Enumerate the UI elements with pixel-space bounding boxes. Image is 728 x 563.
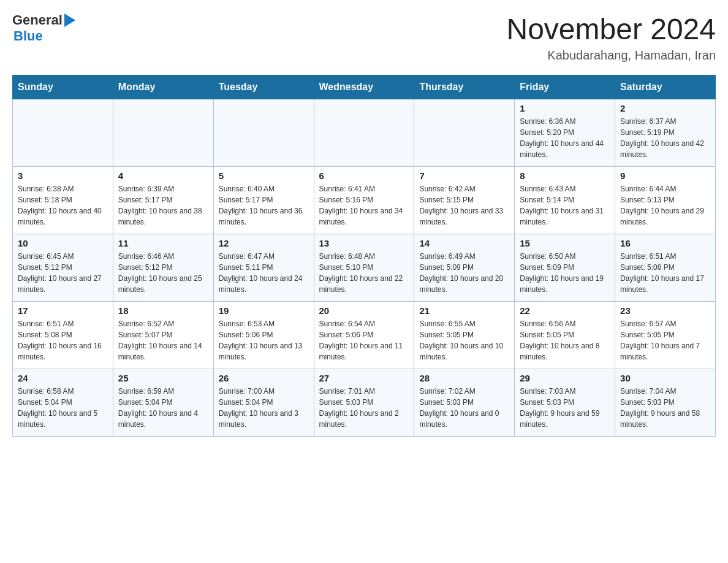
calendar-cell: 30Sunrise: 7:04 AMSunset: 5:03 PMDayligh… bbox=[615, 369, 716, 437]
day-number: 13 bbox=[319, 238, 409, 248]
day-number: 8 bbox=[520, 170, 610, 181]
day-info: Sunrise: 6:50 AMSunset: 5:09 PMDaylight:… bbox=[520, 251, 610, 295]
day-number: 16 bbox=[620, 238, 710, 248]
day-info: Sunrise: 6:59 AMSunset: 5:04 PMDaylight:… bbox=[118, 386, 208, 430]
calendar-cell: 10Sunrise: 6:45 AMSunset: 5:12 PMDayligh… bbox=[13, 234, 113, 302]
day-info: Sunrise: 6:55 AMSunset: 5:05 PMDaylight:… bbox=[419, 318, 509, 362]
logo-general: General bbox=[12, 12, 63, 28]
day-info: Sunrise: 6:49 AMSunset: 5:09 PMDaylight:… bbox=[419, 251, 509, 295]
day-info: Sunrise: 6:46 AMSunset: 5:12 PMDaylight:… bbox=[118, 251, 208, 295]
calendar-cell bbox=[213, 99, 314, 167]
location: Kabudarahang, Hamadan, Iran bbox=[506, 48, 716, 63]
page-header: General Blue November 2024 Kabudarahang,… bbox=[12, 12, 716, 63]
day-info: Sunrise: 6:52 AMSunset: 5:07 PMDaylight:… bbox=[118, 318, 208, 362]
day-number: 28 bbox=[419, 373, 509, 383]
calendar-cell bbox=[13, 99, 113, 167]
day-number: 14 bbox=[419, 238, 509, 248]
calendar-cell: 2Sunrise: 6:37 AMSunset: 5:19 PMDaylight… bbox=[615, 99, 716, 167]
calendar-cell: 28Sunrise: 7:02 AMSunset: 5:03 PMDayligh… bbox=[414, 369, 515, 437]
day-info: Sunrise: 6:51 AMSunset: 5:08 PMDaylight:… bbox=[18, 318, 108, 362]
day-info: Sunrise: 6:58 AMSunset: 5:04 PMDaylight:… bbox=[18, 386, 108, 430]
month-title: November 2024 bbox=[506, 12, 716, 46]
calendar-cell: 29Sunrise: 7:03 AMSunset: 5:03 PMDayligh… bbox=[515, 369, 615, 437]
day-info: Sunrise: 6:45 AMSunset: 5:12 PMDaylight:… bbox=[18, 251, 108, 295]
day-number: 19 bbox=[219, 305, 309, 316]
calendar-cell: 8Sunrise: 6:43 AMSunset: 5:14 PMDaylight… bbox=[515, 167, 615, 234]
day-info: Sunrise: 6:36 AMSunset: 5:20 PMDaylight:… bbox=[520, 116, 610, 160]
week-row-5: 24Sunrise: 6:58 AMSunset: 5:04 PMDayligh… bbox=[13, 369, 716, 437]
calendar-cell: 13Sunrise: 6:48 AMSunset: 5:10 PMDayligh… bbox=[314, 234, 414, 302]
day-info: Sunrise: 7:03 AMSunset: 5:03 PMDaylight:… bbox=[520, 386, 610, 430]
day-info: Sunrise: 6:40 AMSunset: 5:17 PMDaylight:… bbox=[219, 183, 309, 228]
day-info: Sunrise: 6:48 AMSunset: 5:10 PMDaylight:… bbox=[319, 251, 409, 295]
calendar-cell: 4Sunrise: 6:39 AMSunset: 5:17 PMDaylight… bbox=[113, 167, 213, 234]
logo-blue: Blue bbox=[13, 28, 43, 44]
day-info: Sunrise: 6:39 AMSunset: 5:17 PMDaylight:… bbox=[118, 183, 208, 228]
calendar-cell: 20Sunrise: 6:54 AMSunset: 5:06 PMDayligh… bbox=[314, 302, 414, 369]
day-number: 6 bbox=[319, 170, 409, 181]
week-row-2: 3Sunrise: 6:38 AMSunset: 5:18 PMDaylight… bbox=[13, 167, 716, 234]
day-number: 3 bbox=[18, 170, 108, 181]
day-info: Sunrise: 6:56 AMSunset: 5:05 PMDaylight:… bbox=[520, 318, 610, 362]
day-info: Sunrise: 6:43 AMSunset: 5:14 PMDaylight:… bbox=[520, 183, 610, 228]
day-info: Sunrise: 6:53 AMSunset: 5:06 PMDaylight:… bbox=[219, 318, 309, 362]
calendar-cell bbox=[414, 99, 515, 167]
calendar-cell bbox=[314, 99, 414, 167]
calendar-cell: 27Sunrise: 7:01 AMSunset: 5:03 PMDayligh… bbox=[314, 369, 414, 437]
day-info: Sunrise: 6:54 AMSunset: 5:06 PMDaylight:… bbox=[319, 318, 409, 362]
calendar-cell: 12Sunrise: 6:47 AMSunset: 5:11 PMDayligh… bbox=[213, 234, 314, 302]
day-info: Sunrise: 6:47 AMSunset: 5:11 PMDaylight:… bbox=[219, 251, 309, 295]
day-info: Sunrise: 6:42 AMSunset: 5:15 PMDaylight:… bbox=[419, 183, 509, 228]
day-header-row: SundayMondayTuesdayWednesdayThursdayFrid… bbox=[13, 75, 716, 99]
day-header-saturday: Saturday bbox=[615, 75, 716, 99]
calendar-cell: 5Sunrise: 6:40 AMSunset: 5:17 PMDaylight… bbox=[213, 167, 314, 234]
day-info: Sunrise: 6:57 AMSunset: 5:05 PMDaylight:… bbox=[620, 318, 710, 362]
calendar-cell: 14Sunrise: 6:49 AMSunset: 5:09 PMDayligh… bbox=[414, 234, 515, 302]
day-number: 29 bbox=[520, 373, 610, 383]
day-header-wednesday: Wednesday bbox=[314, 75, 414, 99]
day-header-thursday: Thursday bbox=[414, 75, 515, 99]
day-number: 24 bbox=[18, 373, 108, 383]
calendar-cell: 7Sunrise: 6:42 AMSunset: 5:15 PMDaylight… bbox=[414, 167, 515, 234]
calendar-cell: 24Sunrise: 6:58 AMSunset: 5:04 PMDayligh… bbox=[13, 369, 113, 437]
calendar-cell: 17Sunrise: 6:51 AMSunset: 5:08 PMDayligh… bbox=[13, 302, 113, 369]
calendar-cell: 26Sunrise: 7:00 AMSunset: 5:04 PMDayligh… bbox=[213, 369, 314, 437]
logo-arrow-icon bbox=[64, 13, 75, 27]
day-number: 26 bbox=[219, 373, 309, 383]
day-number: 17 bbox=[18, 305, 108, 316]
day-number: 4 bbox=[118, 170, 208, 181]
day-number: 22 bbox=[520, 305, 610, 316]
day-info: Sunrise: 6:37 AMSunset: 5:19 PMDaylight:… bbox=[620, 116, 710, 160]
day-number: 7 bbox=[419, 170, 509, 181]
calendar-cell: 1Sunrise: 6:36 AMSunset: 5:20 PMDaylight… bbox=[515, 99, 615, 167]
calendar-cell: 15Sunrise: 6:50 AMSunset: 5:09 PMDayligh… bbox=[515, 234, 615, 302]
day-number: 21 bbox=[419, 305, 509, 316]
calendar-cell: 22Sunrise: 6:56 AMSunset: 5:05 PMDayligh… bbox=[515, 302, 615, 369]
calendar-cell: 6Sunrise: 6:41 AMSunset: 5:16 PMDaylight… bbox=[314, 167, 414, 234]
day-number: 5 bbox=[219, 170, 309, 181]
calendar-cell: 25Sunrise: 6:59 AMSunset: 5:04 PMDayligh… bbox=[113, 369, 213, 437]
day-number: 12 bbox=[219, 238, 309, 248]
calendar-cell: 16Sunrise: 6:51 AMSunset: 5:08 PMDayligh… bbox=[615, 234, 716, 302]
day-info: Sunrise: 6:44 AMSunset: 5:13 PMDaylight:… bbox=[620, 183, 710, 228]
day-header-monday: Monday bbox=[113, 75, 213, 99]
day-number: 15 bbox=[520, 238, 610, 248]
week-row-1: 1Sunrise: 6:36 AMSunset: 5:20 PMDaylight… bbox=[13, 99, 716, 167]
day-number: 2 bbox=[620, 103, 710, 113]
day-info: Sunrise: 7:01 AMSunset: 5:03 PMDaylight:… bbox=[319, 386, 409, 430]
day-number: 25 bbox=[118, 373, 208, 383]
day-info: Sunrise: 6:51 AMSunset: 5:08 PMDaylight:… bbox=[620, 251, 710, 295]
calendar-cell: 3Sunrise: 6:38 AMSunset: 5:18 PMDaylight… bbox=[13, 167, 113, 234]
logo: General Blue bbox=[12, 12, 75, 44]
day-header-friday: Friday bbox=[515, 75, 615, 99]
calendar-cell: 11Sunrise: 6:46 AMSunset: 5:12 PMDayligh… bbox=[113, 234, 213, 302]
calendar-cell: 9Sunrise: 6:44 AMSunset: 5:13 PMDaylight… bbox=[615, 167, 716, 234]
day-number: 9 bbox=[620, 170, 710, 181]
calendar-cell: 18Sunrise: 6:52 AMSunset: 5:07 PMDayligh… bbox=[113, 302, 213, 369]
day-header-sunday: Sunday bbox=[13, 75, 113, 99]
day-info: Sunrise: 7:02 AMSunset: 5:03 PMDaylight:… bbox=[419, 386, 509, 430]
day-number: 18 bbox=[118, 305, 208, 316]
day-number: 27 bbox=[319, 373, 409, 383]
title-section: November 2024 Kabudarahang, Hamadan, Ira… bbox=[506, 12, 716, 63]
week-row-4: 17Sunrise: 6:51 AMSunset: 5:08 PMDayligh… bbox=[13, 302, 716, 369]
